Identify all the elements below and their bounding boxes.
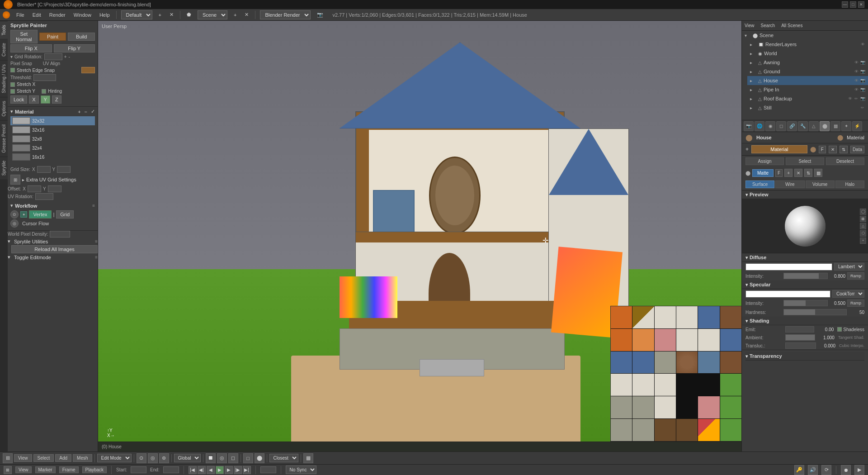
tex-cell-11[interactable] — [720, 329, 741, 351]
preview-ctrl-1[interactable]: ◯ — [860, 209, 866, 215]
offset-y-input[interactable]: 0 — [48, 185, 61, 192]
grid-y-input[interactable]: 16 — [57, 166, 71, 173]
tab-create[interactable]: Create — [0, 39, 8, 60]
diffuse-shader-select[interactable]: Lambert — [834, 263, 864, 271]
tex-cell-10[interactable] — [698, 329, 719, 351]
texture-grid[interactable] — [611, 306, 741, 441]
add-btn[interactable]: Add — [55, 454, 71, 462]
minimize-button[interactable]: — — [842, 1, 848, 8]
occlude-btn[interactable]: ◻ — [228, 453, 238, 463]
tex-cell-17[interactable] — [720, 352, 741, 374]
tab-tools[interactable]: Tools — [0, 21, 8, 39]
material-add-btn[interactable]: + — [78, 109, 80, 114]
wire-tab-btn[interactable]: Wire — [775, 180, 804, 188]
tex-cell-22[interactable] — [698, 374, 719, 396]
tex-cell-16[interactable] — [698, 352, 719, 374]
tex-cell-9[interactable] — [676, 329, 698, 351]
diffuse-ramp-btn[interactable]: Ramp — [847, 272, 864, 280]
scene-selector[interactable]: Scene — [198, 10, 227, 19]
tex-cell-3[interactable] — [676, 306, 698, 328]
specular-section-header[interactable]: ▾ Specular — [742, 280, 868, 289]
playback-btn2[interactable]: ▶ — [854, 465, 864, 475]
tex-cell-26[interactable] — [655, 396, 676, 418]
tex-cell-18[interactable] — [611, 374, 632, 396]
stretch-x-cb[interactable] — [10, 82, 15, 87]
ambient-slider[interactable] — [785, 334, 815, 341]
snap-btn[interactable]: 🔲 — [206, 453, 216, 463]
viewport-ctrl-2[interactable]: ◎ — [148, 453, 158, 463]
tex-cell-24[interactable] — [611, 396, 632, 418]
select-button[interactable]: Select — [786, 157, 824, 165]
tab-grease-pencil[interactable]: Grease Pencil — [0, 120, 8, 157]
preview-ctrl-2[interactable]: ▦ — [860, 216, 866, 222]
tex-cell-23[interactable] — [720, 374, 741, 396]
threshold-input[interactable]: 0.34 — [33, 74, 56, 81]
matte-button[interactable]: Matte — [752, 169, 774, 177]
tab-sprytile[interactable]: Sprytile — [0, 157, 8, 179]
mat-item-32x32[interactable]: 32x32 — [10, 116, 95, 125]
record-btn[interactable]: ⏺ — [841, 465, 851, 475]
awning-eye[interactable]: 👁 — [854, 60, 859, 65]
menu-file[interactable]: File — [13, 11, 28, 19]
mat-item-32x8[interactable]: 32x8 — [10, 134, 95, 143]
material-minus-btn[interactable]: − — [85, 109, 87, 114]
specular-shader-select[interactable]: CookTorr — [832, 290, 864, 298]
flip-x-button[interactable]: Flip X — [10, 44, 52, 52]
viewport[interactable]: ↑Y X→ ✛ User Persp — [98, 21, 741, 451]
tex-cell-34[interactable] — [698, 419, 719, 441]
tex-cell-20[interactable] — [655, 374, 676, 396]
tab-scene-icon[interactable]: 🌐 — [755, 121, 764, 131]
assign-button[interactable]: Assign — [745, 157, 784, 165]
prev-keyframe-btn[interactable]: ◀| — [198, 466, 206, 474]
tex-cell-32[interactable] — [655, 419, 676, 441]
tab-render-icon[interactable]: 📷 — [744, 121, 754, 131]
lock-button[interactable]: Lock — [10, 95, 27, 104]
tex-cell-35[interactable] — [720, 419, 741, 441]
tex-cell-19[interactable] — [632, 374, 654, 396]
tab-modifier-icon[interactable]: 🔧 — [798, 121, 808, 131]
diffuse-section-header[interactable]: ▾ Diffuse — [742, 253, 868, 262]
tab-options[interactable]: Options — [0, 97, 8, 120]
tex-cell-4[interactable] — [698, 306, 719, 328]
workflow-indicator[interactable]: ● — [20, 211, 27, 218]
outliner-item-renderlayers[interactable]: ▸ 🔲 RenderLayers 👁 — [747, 40, 868, 49]
close-button[interactable]: ✕ — [858, 1, 864, 8]
grid-button[interactable]: Grid — [56, 210, 74, 218]
menu-render[interactable]: Render — [46, 11, 69, 19]
material-arrows[interactable]: ⇅ — [840, 146, 848, 153]
tex-cell-6[interactable] — [611, 329, 632, 351]
timeline-icon[interactable]: ⊠ — [4, 466, 12, 474]
specular-ramp-btn[interactable]: Ramp — [847, 299, 864, 307]
start-frame-input[interactable]: 1 — [131, 466, 146, 473]
workflow-circle-btn[interactable]: ⊙ — [10, 210, 19, 218]
world-pixel-input[interactable]: 32 px — [50, 231, 70, 238]
viewport-ctrl-1[interactable]: ⊙ — [137, 453, 146, 463]
paint-button[interactable]: Paint — [39, 33, 66, 41]
tab-world-icon[interactable]: ◉ — [765, 121, 775, 131]
offset-x-input[interactable]: 0 — [28, 185, 41, 192]
sync-select[interactable]: No Sync — [286, 466, 316, 474]
jump-end-btn[interactable]: ▶| — [243, 466, 251, 474]
mat-x-btn[interactable]: ✕ — [794, 169, 802, 177]
preview-ctrl-4[interactable]: ⬡ — [860, 230, 866, 237]
stretch-y-cb[interactable] — [10, 89, 15, 94]
awning-render[interactable]: 📷 — [860, 60, 865, 65]
tex-cell-33[interactable] — [676, 419, 698, 441]
tab-particles-icon[interactable]: ✦ — [841, 121, 851, 131]
tab-shading-uvs[interactable]: Shading / UVs — [0, 60, 8, 97]
material-f-btn[interactable]: F — [819, 146, 826, 153]
transluc-slider[interactable] — [785, 342, 816, 349]
tab-material-icon[interactable]: ⬤ — [820, 121, 830, 131]
tex-cell-0[interactable] — [611, 306, 632, 328]
tex-cell-31[interactable] — [632, 419, 654, 441]
renderer-selector[interactable]: Blender Render — [260, 10, 311, 19]
tex-cell-8[interactable] — [655, 329, 676, 351]
current-frame-input[interactable]: 0 — [260, 466, 276, 473]
viewport-icon-btn[interactable]: ⊞ — [3, 453, 13, 463]
outliner-search-btn[interactable]: Search — [761, 23, 775, 28]
outliner-item-still[interactable]: ▸ △ Still ✏ — [747, 103, 868, 112]
shading-wire-btn[interactable]: □ — [243, 453, 253, 463]
house-render[interactable]: 📷 — [860, 78, 865, 83]
view-btn[interactable]: View — [14, 454, 32, 462]
volume-tab-btn[interactable]: Volume — [806, 180, 835, 188]
